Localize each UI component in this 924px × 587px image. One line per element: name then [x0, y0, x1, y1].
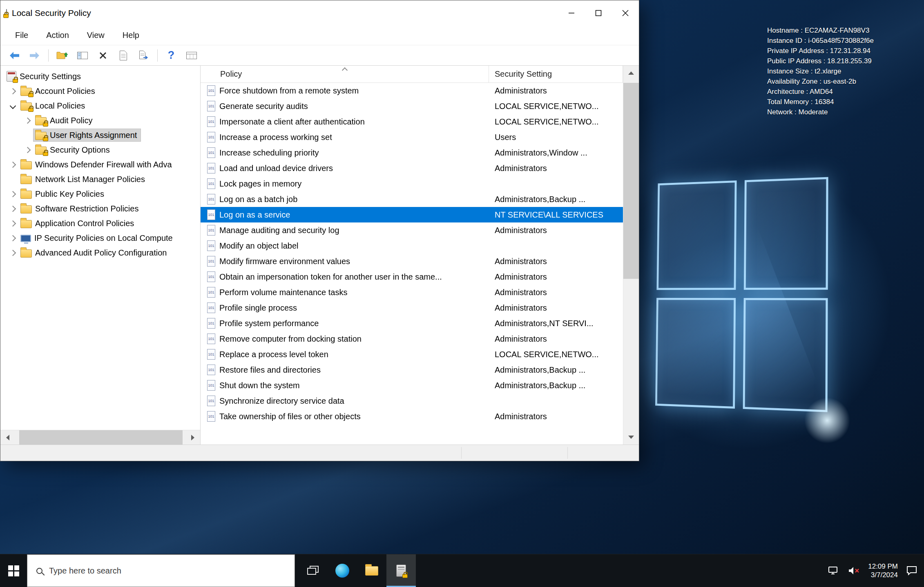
policy-row[interactable]: Log on as a serviceNT SERVICE\ALL SERVIC… — [201, 207, 623, 222]
windows-logo — [655, 177, 828, 412]
tree-item-local-policies[interactable]: Local Policies — [0, 98, 200, 113]
delete-button[interactable] — [94, 47, 112, 64]
tree-item-audit-policy[interactable]: Audit Policy — [0, 113, 200, 128]
policy-row[interactable]: Restore files and directoriesAdministrat… — [201, 362, 623, 378]
scroll-right-button[interactable] — [185, 430, 200, 445]
bginfo-line: Network : Moderate — [767, 107, 874, 117]
policy-doc-icon — [207, 240, 215, 251]
tree-expander-icon[interactable] — [7, 192, 18, 196]
taskbar-search[interactable] — [27, 554, 295, 587]
lock-emblem-icon — [402, 574, 408, 578]
policy-row[interactable]: Increase a process working setUsers — [201, 129, 623, 145]
volume-button[interactable] — [848, 566, 860, 575]
show-console-tree-button[interactable] — [74, 47, 92, 64]
maximize-button[interactable] — [585, 0, 612, 26]
tree-item-ip-security-policies[interactable]: IP Security Policies on Local Compute — [0, 231, 200, 245]
tree-expander-icon[interactable] — [7, 162, 18, 167]
windows-logo-pane — [744, 177, 828, 290]
statusbar — [0, 445, 639, 461]
policy-doc-icon — [207, 194, 215, 205]
scrollbar-track[interactable] — [15, 430, 185, 445]
back-button[interactable] — [5, 47, 23, 64]
policy-row[interactable]: Increase scheduling priorityAdministrato… — [201, 145, 623, 160]
policy-row[interactable]: Impersonate a client after authenticatio… — [201, 114, 623, 129]
policy-row[interactable]: Generate security auditsLOCAL SERVICE,NE… — [201, 98, 623, 114]
scrollbar-thumb[interactable] — [623, 83, 639, 279]
local-security-policy-window: Local Security Policy File Action View H… — [0, 0, 639, 461]
close-button[interactable] — [612, 0, 639, 26]
lock-emblem-icon — [43, 152, 48, 156]
tree-item-account-policies[interactable]: Account Policies — [0, 84, 200, 98]
policy-row[interactable]: Manage auditing and security logAdminist… — [201, 222, 623, 238]
task-view-button[interactable] — [298, 554, 328, 587]
tree-horizontal-scrollbar[interactable] — [0, 430, 200, 445]
policy-row[interactable]: Lock pages in memory — [201, 176, 623, 191]
file-explorer-button[interactable] — [357, 554, 386, 587]
scrollbar-thumb[interactable] — [19, 430, 183, 445]
properties-button[interactable] — [114, 47, 132, 64]
tree-item-network-list-manager-policies[interactable]: Network List Manager Policies — [0, 172, 200, 187]
search-input[interactable] — [42, 566, 295, 576]
menu-file[interactable]: File — [6, 31, 37, 40]
scroll-right-icon — [191, 435, 194, 440]
forward-button[interactable] — [26, 47, 44, 64]
export-list-button[interactable] — [135, 47, 153, 64]
menu-action[interactable]: Action — [37, 31, 78, 40]
tree-expander-icon[interactable] — [22, 118, 33, 123]
taskbar-clock[interactable]: 12:09 PM 3/7/2024 — [868, 562, 898, 579]
scrollbar-track[interactable] — [623, 80, 639, 430]
policy-row[interactable]: Profile system performanceAdministrators… — [201, 316, 623, 331]
window-list-button[interactable] — [183, 47, 201, 64]
folder-icon — [20, 191, 32, 199]
policy-name: Modify an object label — [219, 241, 298, 251]
tree-item-advanced-audit-policy-configuration[interactable]: Advanced Audit Policy Configuration — [0, 245, 200, 260]
tree-item-user-rights-assignment[interactable]: User Rights Assignment — [0, 128, 200, 142]
up-one-level-button[interactable] — [53, 47, 71, 64]
tree-expander-icon[interactable] — [7, 221, 18, 226]
policy-row[interactable]: Shut down the systemAdministrators,Backu… — [201, 378, 623, 393]
menu-view[interactable]: View — [78, 31, 114, 40]
policy-row[interactable]: Perform volume maintenance tasksAdminist… — [201, 285, 623, 300]
tree-expander-icon[interactable] — [22, 148, 33, 152]
local-security-policy-taskbar-button[interactable] — [386, 554, 416, 587]
tree-expander-icon[interactable] — [7, 251, 18, 255]
help-button[interactable]: ? — [162, 47, 180, 64]
policy-row[interactable]: Load and unload device driversAdministra… — [201, 160, 623, 176]
policy-row[interactable]: Profile single processAdministrators — [201, 300, 623, 316]
start-button[interactable] — [0, 554, 27, 587]
tree-item-public-key-policies[interactable]: Public Key Policies — [0, 187, 200, 201]
edge-button[interactable] — [328, 554, 357, 587]
tree-item-security-settings[interactable]: Security Settings — [0, 69, 200, 84]
column-header-security-setting[interactable]: Security Setting — [489, 66, 623, 82]
tree-expander-icon[interactable] — [7, 207, 18, 211]
policy-name: Increase a process working set — [219, 133, 332, 142]
windows-logo-pane — [655, 298, 736, 409]
security-setting: Administrators,NT SERVI... — [489, 319, 623, 328]
scroll-down-button[interactable] — [623, 430, 639, 445]
menu-help[interactable]: Help — [114, 31, 148, 40]
tree-item-windows-defender-firewall[interactable]: Windows Defender Firewall with Adva — [0, 157, 200, 172]
policy-row[interactable]: Synchronize directory service data — [201, 393, 623, 409]
policy-row[interactable]: Remove computer from docking stationAdmi… — [201, 331, 623, 347]
policy-cell: Log on as a service — [201, 209, 489, 220]
tree-item-software-restriction-policies[interactable]: Software Restriction Policies — [0, 201, 200, 216]
scroll-up-button[interactable] — [623, 66, 639, 80]
minimize-button[interactable] — [558, 0, 585, 26]
action-center-button[interactable] — [906, 565, 917, 576]
policy-row[interactable]: Modify an object label — [201, 238, 623, 253]
policy-row[interactable]: Modify firmware environment valuesAdmini… — [201, 253, 623, 269]
policy-row[interactable]: Replace a process level tokenLOCAL SERVI… — [201, 347, 623, 362]
network-button[interactable] — [828, 566, 839, 576]
list-vertical-scrollbar[interactable] — [623, 66, 639, 445]
scroll-left-button[interactable] — [0, 430, 15, 445]
policy-row[interactable]: Obtain an impersonation token for anothe… — [201, 269, 623, 285]
policy-row[interactable]: Force shutdown from a remote systemAdmin… — [201, 83, 623, 98]
tree-item-security-options[interactable]: Security Options — [0, 142, 200, 157]
tree-expander-icon[interactable] — [7, 89, 18, 93]
policy-row[interactable]: Log on as a batch jobAdministrators,Back… — [201, 191, 623, 207]
policy-row[interactable]: Take ownership of files or other objects… — [201, 409, 623, 424]
tree-node: Security Options — [33, 143, 114, 156]
tree-expander-icon[interactable] — [7, 104, 18, 108]
tree-expander-icon[interactable] — [7, 236, 18, 240]
tree-item-application-control-policies[interactable]: Application Control Policies — [0, 216, 200, 231]
